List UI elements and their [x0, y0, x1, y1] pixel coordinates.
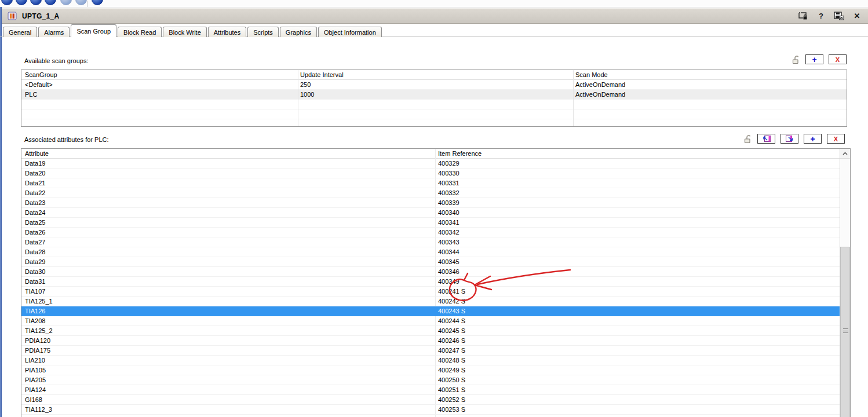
app-toolbar-button-7[interactable]	[92, 0, 103, 5]
attribute-row-data26[interactable]: Data26400342	[21, 228, 840, 237]
attributes-table-body: Data19400329Data20400330Data21400331Data…	[21, 159, 840, 417]
attributes-toolbar: + X	[744, 134, 845, 144]
tab-attributes[interactable]: Attributes	[208, 27, 246, 37]
attribute-row-pia124[interactable]: PIA124400251 S	[21, 385, 840, 395]
attribute-browser-icon	[762, 135, 771, 142]
chevron-up-icon	[843, 152, 848, 155]
attribute-row-lia210[interactable]: LIA210400248 S	[21, 356, 840, 365]
item-reference-cell: 400340	[438, 209, 459, 217]
attribute-row-data19[interactable]: Data19400329	[21, 159, 840, 169]
app-toolbar-button-6[interactable]	[75, 0, 87, 5]
attribute-cell: PIA124	[25, 386, 46, 394]
unlock-icon[interactable]	[792, 55, 800, 64]
attribute-row-data21[interactable]: Data21400331	[21, 178, 840, 188]
item-reference-cell: 400241 S	[438, 287, 465, 296]
scan-mode-cell: ActiveOnDemand	[575, 81, 625, 89]
tab-object-information[interactable]: Object Information	[318, 27, 382, 37]
item-reference-cell: 400253 S	[438, 405, 465, 414]
object-icon	[8, 12, 17, 21]
delete-attribute-button[interactable]: X	[827, 134, 845, 144]
scan-group-cell: <Default>	[25, 81, 53, 89]
attribute-row-data25[interactable]: Data25400341	[21, 218, 840, 228]
attribute-row-tia112-3[interactable]: TIA112_3400253 S	[21, 405, 840, 415]
attribute-row-data30[interactable]: Data30400346	[21, 267, 840, 277]
attribute-row-tia126[interactable]: TIA126400243 S	[21, 306, 840, 316]
column-header-item-reference: Item Reference	[438, 149, 482, 158]
item-reference-cell: 400349	[438, 277, 459, 286]
scan-group-empty-row	[21, 100, 847, 109]
attribute-cell: GI168	[25, 396, 42, 404]
column-header-scangroup: ScanGroup	[25, 71, 57, 79]
scan-groups-table-header: ScanGroupUpdate IntervalScan Mode	[21, 70, 847, 80]
window-frame-left	[0, 7, 2, 417]
attribute-row-data23[interactable]: Data23400339	[21, 198, 840, 208]
item-reference-cell: 400343	[438, 238, 459, 247]
scan-groups-label: Available scan groups:	[24, 57, 88, 64]
attribute-row-pdia120[interactable]: PDIA120400246 S	[21, 336, 840, 346]
add-scan-group-button[interactable]: +	[805, 54, 823, 64]
pin-window-icon[interactable]	[798, 11, 808, 21]
attribute-row-data29[interactable]: Data29400345	[21, 257, 840, 267]
attribute-cell: Data25	[25, 218, 45, 227]
help-icon[interactable]: ?	[816, 11, 826, 21]
close-icon[interactable]: ✕	[852, 11, 862, 21]
item-reference-cell: 400341	[438, 218, 459, 227]
column-divider	[573, 70, 574, 126]
tab-block-read[interactable]: Block Read	[118, 27, 162, 37]
attributes-label: Associated attributes for PLC:	[24, 136, 109, 143]
attribute-row-pia105[interactable]: PIA105400249 S	[21, 365, 840, 375]
attributes-table: AttributeItem Reference Data19400329Data…	[21, 148, 851, 417]
delete-scan-group-button[interactable]: X	[829, 54, 847, 64]
column-header-attribute: Attribute	[25, 149, 49, 158]
attribute-row-gi168[interactable]: GI168400252 S	[21, 395, 840, 405]
attribute-row-data22[interactable]: Data22400332	[21, 188, 840, 198]
tab-alarms[interactable]: Alarms	[38, 27, 70, 37]
app-toolbar-button-4[interactable]	[45, 0, 56, 5]
attribute-cell: TIA208	[25, 317, 45, 325]
app-toolbar-button-5[interactable]	[60, 0, 72, 5]
window-title: UPTG_1_A	[22, 12, 59, 20]
attribute-row-tia125-2[interactable]: TIA125_2400245 S	[21, 326, 840, 336]
attribute-row-data20[interactable]: Data20400330	[21, 169, 840, 178]
item-reference-cell: 400344	[438, 248, 459, 257]
unlock-icon[interactable]	[744, 134, 752, 144]
attribute-row-tia208[interactable]: TIA208400244 S	[21, 316, 840, 326]
save-close-icon[interactable]	[834, 11, 844, 21]
scroll-up-button[interactable]	[840, 149, 850, 159]
item-reference-cell: 400329	[438, 159, 459, 168]
attribute-cell: PIA105	[25, 366, 46, 375]
tab-scan-group[interactable]: Scan Group	[71, 24, 116, 37]
item-reference-cell: 400252 S	[438, 396, 465, 404]
tab-block-write[interactable]: Block Write	[163, 27, 206, 37]
attribute-row-data31[interactable]: Data31400349	[21, 277, 840, 287]
attribute-row-pdia175[interactable]: PDIA175400247 S	[21, 346, 840, 356]
attribute-row-data24[interactable]: Data24400340	[21, 208, 840, 218]
attribute-row-data28[interactable]: Data28400344	[21, 247, 840, 257]
attribute-cell: Data23	[25, 199, 45, 207]
app-toolbar-button-1[interactable]	[1, 0, 13, 5]
attribute-row-pia205[interactable]: PIA205400250 S	[21, 375, 840, 385]
attribute-row-data27[interactable]: Data27400343	[21, 237, 840, 247]
app-toolbar-button-3[interactable]	[30, 0, 42, 5]
scan-group-row--default-[interactable]: <Default>250ActiveOnDemand	[21, 80, 847, 90]
attribute-cell: Data24	[25, 209, 45, 217]
browse-attributes-button[interactable]	[757, 134, 775, 144]
column-header-update-interval: Update Interval	[300, 71, 344, 79]
app-toolbar	[0, 0, 868, 8]
app-toolbar-button-2[interactable]	[16, 0, 27, 5]
attribute-row-tia107[interactable]: TIA107400241 S	[21, 287, 840, 297]
tab-scripts[interactable]: Scripts	[247, 27, 279, 37]
browse-item-references-button[interactable]	[781, 134, 798, 144]
tab-graphics[interactable]: Graphics	[280, 27, 317, 37]
add-attribute-button[interactable]: +	[804, 134, 822, 144]
scrollbar-thumb[interactable]	[840, 247, 850, 417]
attribute-row-tia125-1[interactable]: TIA125_1400242 S	[21, 297, 840, 306]
update-interval-cell: 250	[300, 81, 311, 89]
scan-group-row-plc[interactable]: PLC1000ActiveOnDemand	[21, 90, 847, 100]
tab-general[interactable]: General	[3, 27, 37, 37]
item-reference-cell: 400244 S	[438, 317, 465, 325]
scan-group-empty-row	[21, 119, 847, 127]
item-reference-cell: 400246 S	[438, 336, 465, 345]
vertical-scrollbar[interactable]	[840, 149, 850, 417]
toolbar-separator	[87, 1, 87, 7]
